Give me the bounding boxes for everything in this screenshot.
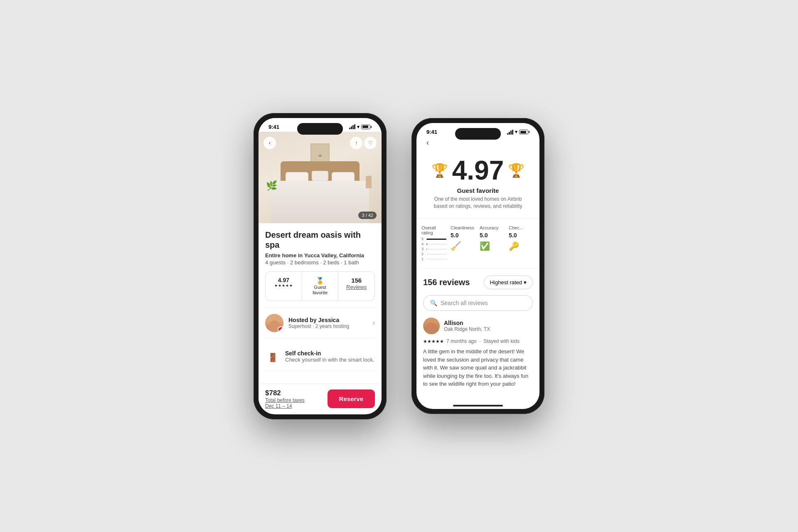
checkin-rating-label: Chec... [509, 225, 534, 230]
listing-subtitle: Entire home in Yucca Valley, California [265, 252, 375, 259]
rating-bar-chart: 5 4 3 2 [421, 237, 447, 261]
rating-hero: 🏆 4.97 🏆 [425, 157, 531, 184]
review-tag: Stayed with kids [483, 338, 520, 344]
review-meta: ★★★★★ 7 months ago · Stayed with kids [423, 337, 533, 345]
filter-button[interactable]: Highest rated ▾ [484, 276, 533, 289]
checkin-title: Self check-in [285, 350, 374, 357]
cleanliness-score: 5.0 [451, 232, 476, 239]
wifi-icon-1: ▾ [357, 124, 360, 130]
checkin-text: Self check-in Check yourself in with the… [285, 350, 374, 363]
status-time-1: 9:41 [268, 124, 279, 130]
overall-rating-col: Overall rating 5 4 3 [421, 225, 447, 262]
phone-reviews: 9:41 ▾ ‹ [411, 118, 544, 414]
bottom-bar: $782 Total before taxes Dec 11 – 14 Rese… [259, 384, 382, 414]
search-box[interactable]: 🔍 Search all reviews [423, 295, 533, 311]
review-text: A little gem in the middle of the desert… [423, 347, 533, 388]
reviewer-name: Allison [444, 320, 490, 326]
home-indicator-2 [453, 405, 503, 406]
reviews-section: 156 reviews Highest rated ▾ 🔍 Search all… [416, 269, 539, 401]
lamp [366, 176, 372, 188]
reviews-link[interactable]: Reviews [342, 284, 371, 290]
review-header: 🏆 4.97 🏆 Guest favorite One of the most … [416, 147, 539, 219]
door-icon: 🚪 [265, 350, 280, 365]
listing-image: 🏔 🌿 [259, 132, 382, 223]
overall-label: Overall rating [421, 225, 447, 235]
guest-fav-label: Guestfavorite [305, 285, 335, 296]
status-time-2: 9:41 [426, 129, 437, 135]
guest-fav-title: Guest favorite [425, 187, 531, 194]
host-name: Hosted by Jessica [288, 317, 373, 323]
review-time: 7 months ago [446, 338, 477, 344]
search-placeholder: Search all reviews [441, 300, 488, 306]
reviewer-row: Allison Oak Ridge North, TX [423, 318, 533, 334]
rating-value: 4.97 [269, 277, 298, 283]
filter-label: Highest rated [490, 279, 522, 286]
reserve-button[interactable]: Reserve [328, 389, 375, 408]
host-meta: Superhost · 2 years hosting [288, 323, 373, 329]
superhost-badge: ✓ [278, 326, 283, 332]
stat-guest-fav: 🏅 Guestfavorite [302, 272, 339, 300]
dynamic-island-1 [297, 123, 343, 135]
reviewer-avatar [423, 318, 440, 334]
guest-fav-desc: One of the most loved homes on Airbnbbas… [425, 196, 531, 210]
reviewer-location: Oak Ridge North, TX [444, 326, 490, 332]
back-button[interactable]: ‹ [264, 137, 276, 149]
listing-title: Desert dream oasis with spa [265, 230, 375, 250]
pillow-center [312, 171, 328, 181]
review-card: Allison Oak Ridge North, TX ★★★★★ 7 mont… [423, 318, 533, 388]
cleanliness-label: Cleanliness [451, 225, 476, 230]
battery-icon-2 [519, 130, 530, 134]
phone1-content: 🏔 🌿 [259, 132, 382, 414]
dynamic-island-2 [455, 128, 501, 140]
ratings-grid: Overall rating 5 4 3 [416, 219, 539, 269]
review-stars: ★★★★★ [423, 339, 444, 344]
signal-icon-2 [507, 130, 513, 135]
share-button[interactable]: ↑ [350, 137, 362, 149]
stat-reviews[interactable]: 156 Reviews [338, 272, 374, 300]
price-amount: $782 [265, 389, 305, 397]
stats-row: 4.97 ★★★★★ 🏅 Guestfavorite 156 Reviews [265, 271, 375, 301]
bed-cover [271, 181, 369, 223]
overall-rating: 4.97 [452, 157, 504, 184]
scene: 9:41 ▾ [229, 88, 569, 444]
battery-icon-1 [361, 125, 372, 129]
cleanliness-icon: 🧹 [451, 241, 476, 251]
laurel-right-icon: 🏆 [508, 163, 525, 178]
listing-meta: 4 guests · 2 bedrooms · 2 beds · 1 bath [265, 259, 375, 266]
chevron-down-icon: ▾ [524, 279, 527, 286]
back-arrow-icon[interactable]: ‹ [423, 137, 432, 148]
price-tax: Total before taxes [265, 397, 305, 403]
accuracy-score: 5.0 [480, 232, 505, 239]
stat-rating: 4.97 ★★★★★ [266, 272, 302, 300]
price-info: $782 Total before taxes Dec 11 – 14 [265, 389, 305, 409]
status-icons-1: ▾ [349, 124, 372, 130]
wishlist-button[interactable]: ♡ [364, 137, 377, 149]
host-avatar: ✓ [265, 314, 283, 332]
phone-listing: 9:41 ▾ [254, 113, 387, 419]
accuracy-icon: ✅ [480, 241, 505, 251]
listing-details: Desert dream oasis with spa Entire home … [259, 223, 382, 384]
host-info: Hosted by Jessica Superhost · 2 years ho… [288, 317, 373, 329]
checkin-col: Chec... 5.0 🔑 [509, 225, 534, 262]
checkin-desc: Check yourself in with the smart lock. [285, 357, 374, 363]
status-icons-2: ▾ [507, 129, 530, 135]
accuracy-col: Accuracy 5.0 ✅ [480, 225, 505, 262]
checkin-rating-icon: 🔑 [509, 241, 534, 251]
accuracy-label: Accuracy [480, 225, 505, 230]
reviews-title-row: 156 reviews Highest rated ▾ [423, 276, 533, 289]
image-counter: 3 / 42 [358, 212, 377, 219]
checkin-row: 🚪 Self check-in Check yourself in with t… [265, 344, 375, 371]
cleanliness-col: Cleanliness 5.0 🧹 [451, 225, 476, 262]
chevron-right-icon: › [373, 319, 375, 327]
phone2-content: 🏆 4.97 🏆 Guest favorite One of the most … [416, 147, 539, 409]
search-icon: 🔍 [430, 300, 437, 306]
wifi-icon-2: ▾ [515, 129, 517, 135]
checkin-score: 5.0 [509, 232, 534, 239]
signal-icon-1 [349, 124, 355, 129]
plant-icon: 🌿 [266, 180, 277, 191]
rating-stars: ★★★★★ [269, 283, 298, 288]
reviewer-info: Allison Oak Ridge North, TX [444, 320, 490, 332]
medal-icon: 🏅 [305, 277, 335, 285]
host-row: ✓ Hosted by Jessica Superhost · 2 years … [265, 308, 375, 338]
price-dates: Dec 11 – 14 [265, 403, 305, 409]
